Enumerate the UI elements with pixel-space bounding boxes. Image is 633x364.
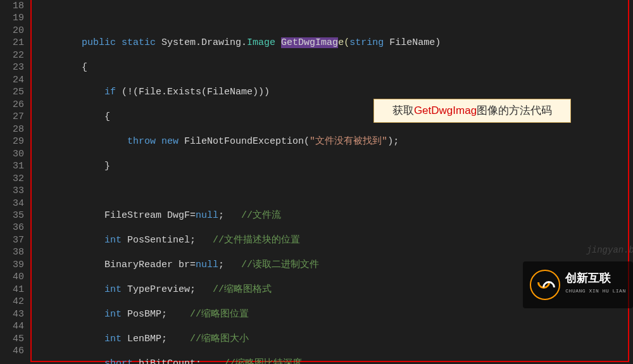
callout-highlight: GetDwgImag [414, 104, 477, 116]
line-number: 46 [0, 345, 24, 357]
line-number: 21 [0, 37, 24, 49]
code-line: { [30, 61, 633, 73]
brand-watermark: 创新互联 CHUANG XIN HU LIAN [523, 261, 633, 308]
line-number: 45 [0, 333, 24, 345]
line-number: 40 [0, 271, 24, 283]
line-number: 36 [0, 222, 24, 234]
line-number: 18 [0, 0, 24, 12]
code-line: short biBitCount; //缩略图比特深度 [30, 358, 633, 364]
code-line [30, 185, 633, 197]
line-number: 28 [0, 123, 24, 135]
line-number: 43 [0, 308, 24, 320]
line-number: 27 [0, 111, 24, 123]
line-number: 42 [0, 296, 24, 308]
code-line [30, 12, 633, 24]
brand-name: 创新互联 [565, 272, 625, 284]
line-number: 34 [0, 198, 24, 210]
selection-highlight: GetDwgImag [281, 37, 338, 48]
line-number: 22 [0, 49, 24, 61]
callout-text: 获取 [392, 104, 414, 116]
line-number: 25 [0, 86, 24, 98]
logo-icon [530, 270, 560, 300]
code-line: throw new FileNotFoundException("文件没有被找到… [30, 135, 633, 147]
code-content: public static System.Drawing.Image GetDw… [30, 0, 633, 364]
line-number-gutter: 1819202122232425262728293031323334353637… [0, 0, 30, 364]
line-number: 41 [0, 284, 24, 296]
callout-text: 图像的方法代码 [477, 104, 552, 116]
line-number: 33 [0, 185, 24, 197]
line-number: 24 [0, 74, 24, 86]
line-number: 30 [0, 148, 24, 160]
line-number: 26 [0, 99, 24, 111]
brand-subtitle: CHUANG XIN HU LIAN [565, 285, 625, 297]
code-line: FileStream DwgF=null; //文件流 [30, 210, 633, 222]
code-area[interactable]: public static System.Drawing.Image GetDw… [30, 0, 633, 364]
code-line: if (!(File.Exists(FileName))) [30, 86, 633, 98]
line-number: 37 [0, 234, 24, 246]
line-number: 29 [0, 135, 24, 147]
code-line: int PosSentinel; //文件描述块的位置 [30, 234, 633, 246]
line-number: 20 [0, 25, 24, 37]
line-number: 31 [0, 160, 24, 172]
watermark-text: jingyan.b [586, 244, 633, 256]
annotation-callout: 获取GetDwgImag图像的方法代码 [373, 99, 571, 123]
line-number: 39 [0, 259, 24, 271]
code-editor: 1819202122232425262728293031323334353637… [0, 0, 633, 364]
line-number: 23 [0, 61, 24, 73]
code-line: public static System.Drawing.Image GetDw… [30, 37, 633, 49]
line-number: 35 [0, 210, 24, 222]
line-number: 44 [0, 320, 24, 332]
line-number: 38 [0, 246, 24, 258]
code-line: int PosBMP; //缩略图位置 [30, 308, 633, 320]
line-number: 32 [0, 173, 24, 185]
code-line: int LenBMP; //缩略图大小 [30, 333, 633, 345]
code-line: } [30, 160, 633, 172]
line-number: 19 [0, 12, 24, 24]
